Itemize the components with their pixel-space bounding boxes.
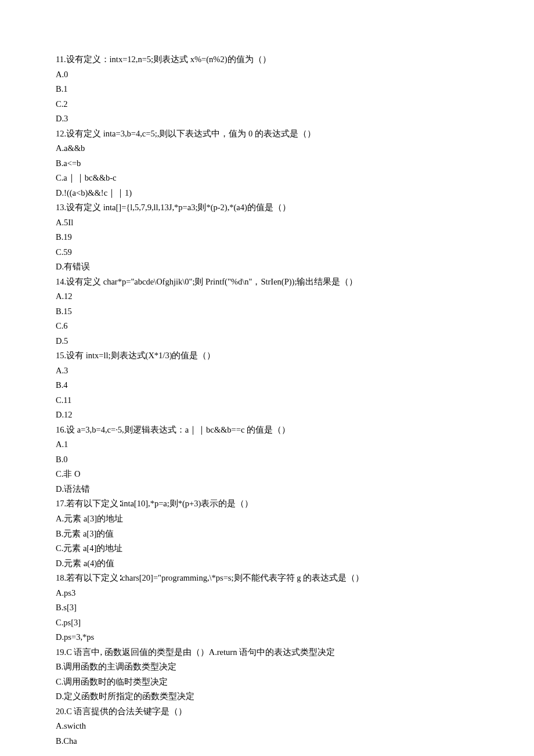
question-option: A.a&&b: [56, 141, 478, 156]
question-stem: 17.若有以下定义∶inta[10],*p=a;则*(p+3)表示的是（）: [56, 496, 478, 512]
question-stem: 20.C 语言提供的合法关键字是（）: [56, 704, 478, 719]
question-option: D.3: [56, 111, 478, 127]
question-option: D.12: [56, 408, 478, 423]
document-body: 11.设有定义：intx=12,n=5;则表达式 x%=(n%2)的值为（）A.…: [56, 52, 478, 748]
question-option: C.11: [56, 393, 478, 408]
question-option: B.19: [56, 230, 478, 245]
question-stem: 11.设有定义：intx=12,n=5;则表达式 x%=(n%2)的值为（）: [56, 52, 478, 67]
question-option: C.ps[3]: [56, 615, 478, 631]
question-option: C.59: [56, 245, 478, 260]
question-option: B.a<=b: [56, 156, 478, 171]
question-option: A.swicth: [56, 719, 478, 734]
question-option: A.5Il: [56, 215, 478, 231]
question-stem: 16.设 a=3,b=4,c=·5,则逻辑表达式：a｜｜bc&&b==c 的值是…: [56, 423, 478, 438]
question-option: D.语法错: [56, 482, 478, 497]
question-option: B.4: [56, 378, 478, 393]
question-stem: 19.C 语言中, 函数返回值的类型是由（）A.return 语句中的表达式类型…: [56, 645, 478, 660]
question-option: A.3: [56, 363, 478, 379]
question-option: A.ps3: [56, 586, 478, 601]
question-option: C.元素 a[4]的地址: [56, 541, 478, 556]
question-option: C.非 O: [56, 467, 478, 482]
question-option: A.0: [56, 67, 478, 82]
question-option: D.5: [56, 334, 478, 349]
question-option: D.有错误: [56, 260, 478, 275]
question-option: D.ps=3,*ps: [56, 630, 478, 645]
question-option: B.元素 a[3]的值: [56, 527, 478, 542]
question-stem: 13.设有定义 inta[]={l,5,7,9,ll,13J,*p=a3;则*(…: [56, 200, 478, 215]
question-option: D.!((a<b)&&!c｜｜1): [56, 186, 478, 201]
question-stem: 18.若有以下定义∶chars[20]="programming,\*ps=s;…: [56, 571, 478, 586]
question-option: D.定义函数时所指定的函数类型决定: [56, 689, 478, 704]
question-stem: 12.设有定义 inta=3,b=4,c=5;,则以下表达式中，值为 0 的表达…: [56, 127, 478, 142]
question-stem: 14.设有定义 char*p="abcde\Ofghjik\0";则 Print…: [56, 275, 478, 290]
question-option: B.调用函数的主调函数类型决定: [56, 660, 478, 675]
question-stem: 15.设有 intx=ll;则表达式(X*1/3)的值是（）: [56, 348, 478, 363]
question-option: D.元素 a(4)的值: [56, 556, 478, 571]
question-option: C.2: [56, 97, 478, 112]
question-option: B.1: [56, 82, 478, 97]
question-option: C.a｜｜bc&&b-c: [56, 171, 478, 186]
question-option: C.调用函数时的临时类型决定: [56, 675, 478, 690]
question-option: B.s[3]: [56, 600, 478, 615]
question-option: B.Cha: [56, 734, 478, 749]
question-option: B.0: [56, 452, 478, 467]
question-option: C.6: [56, 319, 478, 334]
question-option: B.15: [56, 304, 478, 319]
question-option: A.12: [56, 289, 478, 304]
question-option: A.1: [56, 437, 478, 452]
question-option: A.元素 a[3]的地址: [56, 512, 478, 527]
